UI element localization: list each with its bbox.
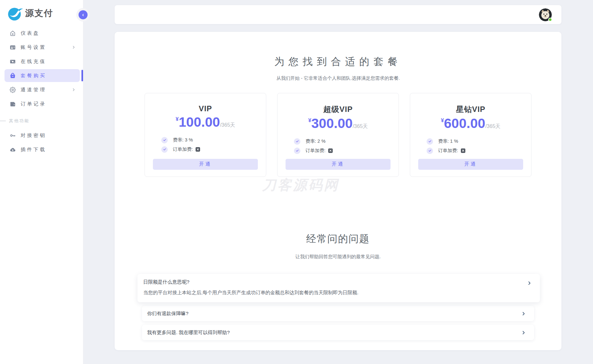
feature-rate: 费率: 3 % — [161, 137, 258, 143]
activate-plan-button[interactable]: 开通 — [286, 159, 391, 170]
active-item-accent-bar — [81, 70, 83, 81]
gear-icon — [10, 87, 16, 93]
feature-order-surcharge: 订单加费: — [161, 146, 258, 153]
sidebar-item-label: 对接密钥 — [21, 132, 46, 139]
main-panel: 为您找到合适的套餐 从我们开始 - 它非常适合个人和团队.选择满足您需求的套餐.… — [115, 32, 561, 350]
currency-symbol: ¥ — [441, 117, 444, 123]
sidebar-item-label: 通道管理 — [21, 87, 46, 93]
check-icon — [427, 138, 433, 145]
user-avatar[interactable] — [539, 8, 552, 21]
shopping-bag-icon — [10, 73, 16, 79]
sidebar-item-order-records[interactable]: 订单记录 — [5, 97, 80, 110]
faq-title: 经常问的问题 — [115, 232, 561, 246]
faq-item-daily-limit[interactable]: 日限额是什么意思呢? 当您的平台对接上本站之后,每个用户当天所产生成功订单的金额… — [137, 274, 540, 302]
brand-logo[interactable]: 源支付 — [0, 0, 83, 24]
x-square-icon — [461, 148, 466, 153]
plan-price: ¥600.00/365天 — [418, 116, 523, 131]
chevron-right-icon — [71, 87, 76, 92]
pricing-title: 为您找到合适的套餐 — [115, 32, 561, 68]
plan-card-super-vip: 超级VIP ¥300.00/365天 费率: 2 % — [277, 93, 399, 177]
faq-question: 我有更多问题. 我在哪里可以得到帮助? — [147, 330, 230, 336]
sidebar-item-plugin-download[interactable]: 插件下载 — [5, 143, 80, 156]
price-period: /365天 — [353, 123, 368, 129]
feature-label: 订单加费: — [306, 148, 325, 154]
sidebar: 源支付 ‹ 仪表盘 账号设置 — [0, 0, 83, 364]
plan-features: 费率: 3 % 订单加费: — [153, 137, 258, 153]
price-period: /365天 — [485, 123, 500, 129]
x-square-icon — [195, 147, 200, 152]
activate-plan-button[interactable]: 开通 — [153, 159, 258, 170]
faq-item-refund-guarantee[interactable]: 你们有退款保障嘛? — [142, 306, 534, 321]
faq-question: 日限额是什么意思呢? — [143, 279, 532, 285]
faq-item-more-help[interactable]: 我有更多问题. 我在哪里可以得到帮助? — [142, 325, 534, 340]
price-amount: 100.00 — [179, 114, 220, 130]
sidebar-item-label: 仪表盘 — [21, 30, 40, 36]
faq-subtitle: 让我们帮助回答您可能遇到的最常见问题. — [115, 254, 561, 260]
chevron-right-icon[interactable] — [521, 311, 526, 316]
sidebar-item-account-settings[interactable]: 账号设置 — [5, 41, 80, 54]
feature-label: 费率: 2 % — [306, 138, 325, 144]
sidebar-section-label: 其他功能 — [9, 118, 30, 124]
sidebar-item-label: 套餐购买 — [21, 73, 46, 79]
faq-list: 日限额是什么意思呢? 当您的平台对接上本站之后,每个用户当天所产生成功订单的金额… — [142, 274, 534, 340]
check-icon — [294, 138, 300, 145]
check-icon — [427, 148, 433, 154]
pricing-plans-row: VIP ¥100.00/365天 费率: 3 % — [115, 93, 561, 177]
wallet-icon — [10, 101, 16, 107]
feature-order-surcharge: 订单加费: — [294, 148, 391, 154]
currency-symbol: ¥ — [308, 117, 311, 123]
key-icon — [10, 132, 16, 139]
plan-card-vip: VIP ¥100.00/365天 费率: 3 % — [145, 93, 266, 177]
feature-label: 费率: 3 % — [173, 137, 193, 143]
x-square-icon — [328, 148, 333, 153]
check-icon — [294, 148, 300, 154]
plan-features: 费率: 2 % 订单加费: — [286, 138, 391, 154]
feature-order-surcharge: 订单加费: — [427, 148, 523, 154]
top-header-bar — [115, 5, 561, 24]
faq-question: 你们有退款保障嘛? — [147, 311, 188, 317]
brand-logo-icon — [7, 6, 24, 21]
home-icon — [10, 30, 16, 36]
price-amount: 600.00 — [444, 116, 485, 131]
sidebar-item-label: 在线充值 — [21, 59, 46, 65]
currency-symbol: ¥ — [175, 116, 178, 122]
sidebar-collapse-button[interactable]: ‹ — [79, 10, 88, 19]
site-watermark: 刀客源码网 — [262, 176, 339, 195]
feature-label: 订单加费: — [173, 146, 193, 152]
sidebar-item-label: 订单记录 — [21, 101, 46, 107]
plan-name: 超级VIP — [286, 104, 391, 114]
sidebar-menu: 仪表盘 账号设置 — [0, 24, 83, 156]
price-amount: 300.00 — [311, 116, 353, 131]
chevron-right-icon[interactable] — [527, 280, 532, 286]
plan-name: VIP — [153, 104, 258, 113]
cloud-download-icon — [10, 147, 16, 153]
brand-name: 源支付 — [25, 7, 53, 19]
feature-label: 费率: 1 % — [438, 138, 458, 144]
activate-plan-button[interactable]: 开通 — [418, 159, 523, 170]
feature-rate: 费率: 1 % — [427, 138, 523, 145]
sidebar-item-label: 账号设置 — [21, 44, 46, 50]
faq-answer: 当您的平台对接上本站之后,每个用户当天所产生成功订单的金额总和达到套餐的当天限制… — [143, 290, 532, 296]
banknote-icon — [10, 59, 16, 65]
sidebar-item-api-keys[interactable]: 对接密钥 — [5, 129, 80, 142]
plan-price: ¥300.00/365天 — [286, 116, 391, 131]
plan-features: 费率: 1 % 订单加费: — [418, 138, 523, 154]
sidebar-item-dashboard[interactable]: 仪表盘 — [5, 27, 80, 40]
pricing-subtitle: 从我们开始 - 它非常适合个人和团队.选择满足您需求的套餐. — [115, 75, 561, 81]
sidebar-item-channel-management[interactable]: 通道管理 — [5, 83, 80, 96]
sidebar-section-other-functions: 其他功能 — [0, 118, 80, 124]
chevron-right-icon[interactable] — [521, 330, 526, 335]
check-icon — [161, 146, 168, 153]
check-icon — [161, 137, 168, 143]
content-area: 为您找到合适的套餐 从我们开始 - 它非常适合个人和团队.选择满足您需求的套餐.… — [83, 5, 593, 350]
id-card-icon — [10, 44, 16, 50]
sidebar-item-label: 插件下载 — [21, 147, 46, 153]
plan-price: ¥100.00/365天 — [153, 114, 258, 130]
plan-name: 星钻VIP — [418, 104, 523, 114]
plan-card-star-diamond-vip: 星钻VIP ¥600.00/365天 费率: 1 % — [410, 93, 532, 177]
online-status-dot — [548, 18, 552, 22]
sidebar-item-package-purchase[interactable]: 套餐购买 — [5, 69, 80, 82]
feature-label: 订单加费: — [438, 148, 458, 154]
feature-rate: 费率: 2 % — [294, 138, 391, 145]
sidebar-item-online-recharge[interactable]: 在线充值 — [5, 55, 80, 68]
